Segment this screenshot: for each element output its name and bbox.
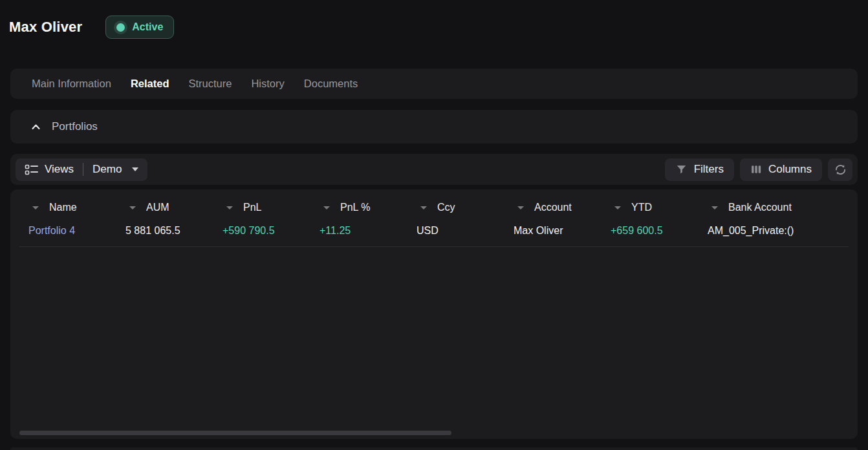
tab-structure[interactable]: Structure xyxy=(189,78,232,90)
column-label: Account xyxy=(534,202,572,213)
column-header-aum[interactable]: AUM xyxy=(116,202,213,213)
columns-label: Columns xyxy=(768,163,812,176)
views-label: Views xyxy=(45,163,74,176)
column-menu-icon[interactable] xyxy=(323,206,330,209)
column-header-ytd[interactable]: YTD xyxy=(602,202,699,213)
filter-funnel-icon xyxy=(675,164,688,175)
tab-history[interactable]: History xyxy=(251,78,284,90)
chevron-up-icon xyxy=(30,121,42,133)
views-list-icon xyxy=(25,164,38,176)
tab-bar: Main Information Related Structure Histo… xyxy=(10,69,858,99)
portfolios-table: Name AUM PnL PnL % Ccy Account YTD Bank xyxy=(10,189,858,439)
tab-related[interactable]: Related xyxy=(131,78,169,90)
column-label: Name xyxy=(49,202,77,213)
page: { "header": { "title": "Max Oliver", "st… xyxy=(0,0,868,450)
cell-ytd: +659 600.5 xyxy=(602,225,699,237)
refresh-button[interactable] xyxy=(828,158,852,181)
filters-button[interactable]: Filters xyxy=(665,158,734,181)
toolbar-right-group: Filters Columns xyxy=(665,158,852,181)
column-header-ccy[interactable]: Ccy xyxy=(407,202,505,213)
cell-aum: 5 881 065.5 xyxy=(116,225,213,237)
cell-bank-account: AM_005_Private:() xyxy=(699,225,796,237)
tab-documents[interactable]: Documents xyxy=(304,78,358,90)
table-header-row: Name AUM PnL PnL % Ccy Account YTD Bank xyxy=(19,189,858,218)
status-dot-icon xyxy=(116,23,125,32)
filters-label: Filters xyxy=(694,163,724,176)
cell-pnl-pct: +11.25 xyxy=(310,225,407,237)
refresh-icon xyxy=(834,163,847,177)
status-badge: Active xyxy=(105,16,174,39)
cell-ccy: USD xyxy=(407,225,505,237)
tab-main-information[interactable]: Main Information xyxy=(32,78,111,90)
column-menu-icon[interactable] xyxy=(420,206,427,209)
chevron-down-icon xyxy=(132,167,138,171)
section-title: Portfolios xyxy=(52,120,98,133)
column-label: Bank Account xyxy=(728,202,792,213)
column-label: PnL % xyxy=(340,202,371,213)
column-label: AUM xyxy=(146,202,169,213)
page-header: Max Oliver Active xyxy=(9,16,174,39)
column-menu-icon[interactable] xyxy=(711,206,718,209)
column-label: Ccy xyxy=(437,202,455,213)
column-menu-icon[interactable] xyxy=(129,206,136,209)
column-label: PnL xyxy=(243,202,261,213)
cell-pnl: +590 790.5 xyxy=(213,225,310,237)
column-menu-icon[interactable] xyxy=(614,206,621,209)
row-separator xyxy=(19,246,849,247)
status-label: Active xyxy=(132,21,163,33)
views-selected-value: Demo xyxy=(92,163,122,176)
columns-icon xyxy=(750,164,762,175)
column-menu-icon[interactable] xyxy=(517,206,524,209)
portfolios-section-header[interactable]: Portfolios xyxy=(10,110,858,144)
column-header-pnl-pct[interactable]: PnL % xyxy=(310,202,407,213)
table-toolbar: Views Demo Filters Columns xyxy=(10,154,858,185)
column-header-bank-account[interactable]: Bank Account xyxy=(699,202,796,213)
column-header-account[interactable]: Account xyxy=(505,202,602,213)
columns-button[interactable]: Columns xyxy=(740,158,822,181)
views-button[interactable]: Views Demo xyxy=(16,158,147,181)
column-label: YTD xyxy=(631,202,652,213)
column-menu-icon[interactable] xyxy=(226,206,233,209)
cell-account: Max Oliver xyxy=(505,225,602,237)
column-header-pnl[interactable]: PnL xyxy=(213,202,310,213)
next-section-edge xyxy=(10,447,858,450)
column-header-name[interactable]: Name xyxy=(19,202,116,213)
table-row[interactable]: Portfolio 4 5 881 065.5 +590 790.5 +11.2… xyxy=(19,218,858,244)
column-menu-icon[interactable] xyxy=(32,206,39,209)
views-divider xyxy=(83,163,83,176)
cell-name-link[interactable]: Portfolio 4 xyxy=(19,225,116,237)
page-title: Max Oliver xyxy=(9,19,82,36)
horizontal-scrollbar-thumb[interactable] xyxy=(19,431,451,435)
